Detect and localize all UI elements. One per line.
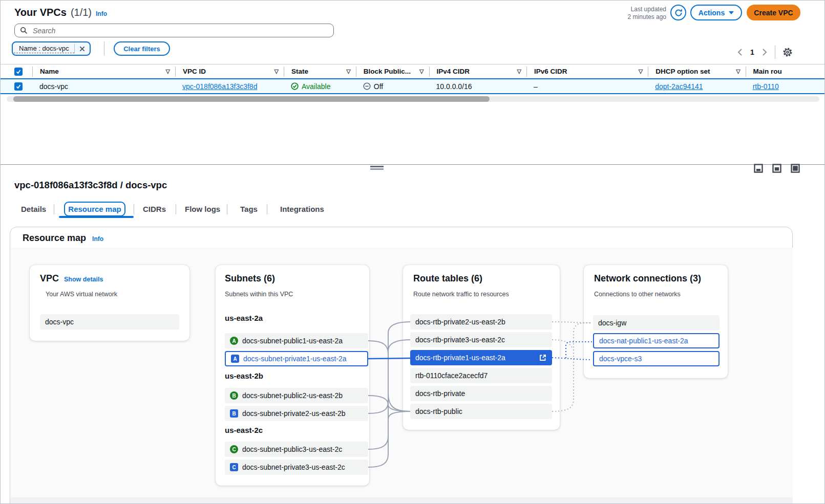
sort-icon[interactable]: ▽ <box>639 68 643 75</box>
tab-integrations[interactable]: Integrations <box>280 205 324 213</box>
pagination-divider <box>775 46 775 59</box>
network-node-igw[interactable]: docs-igw <box>593 315 720 331</box>
pane-size-medium-icon[interactable] <box>772 164 781 173</box>
dhcp-option-set-link[interactable]: dopt-2ac94141 <box>655 82 703 91</box>
route-tables-card: Route tables (6) Route network traffic t… <box>403 265 560 430</box>
tab-resource-map[interactable]: Resource map <box>64 202 125 216</box>
available-status-icon <box>291 82 299 90</box>
search-icon <box>20 27 28 34</box>
select-all-checkbox[interactable] <box>14 68 23 76</box>
search-bar[interactable] <box>14 24 334 37</box>
show-details-link[interactable]: Show details <box>64 276 103 283</box>
subnets-card-subtitle: Subnets within this VPC <box>225 291 293 298</box>
private-subnet-badge: B <box>230 409 238 418</box>
sort-icon[interactable]: ▽ <box>419 68 424 75</box>
route-table-node-private3[interactable]: docs-rtb-private3-us-east-2c <box>410 332 552 347</box>
column-header-vpc-id[interactable]: VPC ID▽ <box>175 67 284 77</box>
table-scrollbar-thumb[interactable] <box>13 96 490 102</box>
subnet-node-private1-selected[interactable]: A docs-subnet-private1-us-east-2a <box>225 351 368 366</box>
sort-icon[interactable]: ▽ <box>517 68 521 75</box>
row-checkbox-cell <box>14 82 32 91</box>
resource-map-info-link[interactable]: Info <box>92 235 103 243</box>
route-table-node-rtb-0110[interactable]: rtb-0110cface2acecfd7 <box>410 368 552 383</box>
column-header-dhcp-option-set[interactable]: DHCP option set▽ <box>648 67 745 77</box>
column-header-name[interactable]: Name▽ <box>32 67 175 77</box>
network-connections-card: Network connections (3) Connections to o… <box>584 265 728 378</box>
subnet-node-public1[interactable]: A docs-subnet-public1-us-east-2a <box>225 333 368 348</box>
pagination: 1 <box>737 45 793 59</box>
vpc-id-link[interactable]: vpc-018f086a13f3c3f8d <box>182 82 257 91</box>
main-route-table-link[interactable]: rtb-0110 <box>753 82 779 91</box>
split-pane-divider <box>1 164 825 165</box>
resource-map-title: Resource map <box>23 233 86 244</box>
pane-size-large-icon[interactable] <box>791 164 800 173</box>
next-page-button[interactable] <box>761 48 768 56</box>
column-header-main-route-table[interactable]: Main rou <box>746 67 825 77</box>
split-drag-handle[interactable] <box>370 166 384 171</box>
network-node-vpce-s3-highlighted[interactable]: docs-vpce-s3 <box>593 351 720 366</box>
current-page[interactable]: 1 <box>750 48 754 56</box>
route-table-node-private1-selected[interactable]: docs-rtb-private1-us-east-2a <box>410 350 552 365</box>
prev-page-button[interactable] <box>737 48 743 56</box>
tab-tags[interactable]: Tags <box>240 205 258 213</box>
vpc-console-page: Your VPCs (1/1) Info Last updated 2 minu… <box>0 0 825 504</box>
tab-details[interactable]: Details <box>21 205 46 213</box>
public-subnet-badge: A <box>230 337 238 345</box>
subnet-node-private2[interactable]: B docs-subnet-private2-us-east-2b <box>225 406 368 421</box>
network-node-nat-highlighted[interactable]: docs-nat-public1-us-east-2a <box>593 333 720 348</box>
route-table-node-public[interactable]: docs-rtb-public <box>410 404 552 419</box>
az-header-us-east-2b: us-east-2b <box>225 371 263 380</box>
route-table-node-private2[interactable]: docs-rtb-private2-us-east-2b <box>410 314 552 330</box>
cell-state: Available <box>284 82 356 91</box>
pane-layout-controls <box>754 164 800 173</box>
tab-flow-logs[interactable]: Flow logs <box>185 205 220 213</box>
sort-icon[interactable]: ▽ <box>736 68 740 75</box>
preferences-gear-icon[interactable] <box>782 47 793 57</box>
cell-name: docs-vpc <box>32 82 175 91</box>
tab-cidrs[interactable]: CIDRs <box>143 205 166 213</box>
filter-token-dismiss-icon[interactable] <box>75 46 90 52</box>
search-input[interactable] <box>32 26 328 35</box>
vpc-card-subtitle: Your AWS virtual network <box>46 291 117 298</box>
sort-icon[interactable]: ▽ <box>274 68 278 75</box>
table-scrollbar-track <box>7 96 819 102</box>
actions-button-label: Actions <box>699 9 725 17</box>
last-updated-line2: 2 minutes ago <box>589 13 666 21</box>
tab-divider <box>54 204 54 214</box>
subnet-node-public2[interactable]: B docs-subnet-public2-us-east-2b <box>225 388 368 403</box>
private-subnet-badge: C <box>230 463 238 471</box>
column-header-ipv6-cidr[interactable]: IPv6 CIDR▽ <box>526 67 648 77</box>
subnets-card-title: Subnets (6) <box>225 273 275 284</box>
az-header-us-east-2a: us-east-2a <box>225 314 263 322</box>
column-header-state[interactable]: State▽ <box>284 67 356 77</box>
page-title: Your VPCs <box>14 7 67 18</box>
create-vpc-button[interactable]: Create VPC <box>747 5 800 20</box>
clear-filters-button[interactable]: Clear filters <box>114 41 170 56</box>
filter-token[interactable]: Name : docs-vpc <box>12 41 91 56</box>
tab-divider <box>267 204 267 214</box>
column-header-block-public[interactable]: Block Public...▽ <box>356 67 429 77</box>
pane-size-small-icon[interactable] <box>754 164 763 173</box>
table-row[interactable]: docs-vpc vpc-018f086a13f3c3f8d Available… <box>1 78 825 94</box>
vpc-node-docs-vpc[interactable]: docs-vpc <box>40 314 179 330</box>
sort-icon[interactable]: ▽ <box>346 68 350 75</box>
route-tables-card-subtitle: Route network traffic to resources <box>413 291 509 298</box>
row-checkbox[interactable] <box>14 82 23 91</box>
column-header-ipv4-cidr[interactable]: IPv4 CIDR▽ <box>429 67 526 77</box>
active-tab-underline <box>59 216 134 218</box>
resource-map-title-row: Resource map Info <box>23 233 103 244</box>
subnet-node-public3[interactable]: C docs-subnet-public3-us-east-2c <box>225 442 368 457</box>
info-link[interactable]: Info <box>96 10 107 17</box>
route-table-node-private[interactable]: docs-rtb-private <box>410 386 552 401</box>
tab-resource-map-label: Resource map <box>68 205 121 213</box>
actions-button[interactable]: Actions <box>690 5 742 20</box>
sort-icon[interactable]: ▽ <box>166 68 170 75</box>
subnet-node-private3[interactable]: C docs-subnet-private3-us-east-2c <box>225 459 368 475</box>
off-status-icon <box>363 82 371 90</box>
refresh-button[interactable] <box>670 5 686 20</box>
private-subnet-badge: A <box>231 355 239 363</box>
cell-ipv4-cidr: 10.0.0.0/16 <box>429 82 526 91</box>
cell-dhcp-option-set: dopt-2ac94141 <box>648 82 745 91</box>
resource-map-footer-strip <box>11 497 793 504</box>
external-link-icon[interactable] <box>539 354 547 362</box>
